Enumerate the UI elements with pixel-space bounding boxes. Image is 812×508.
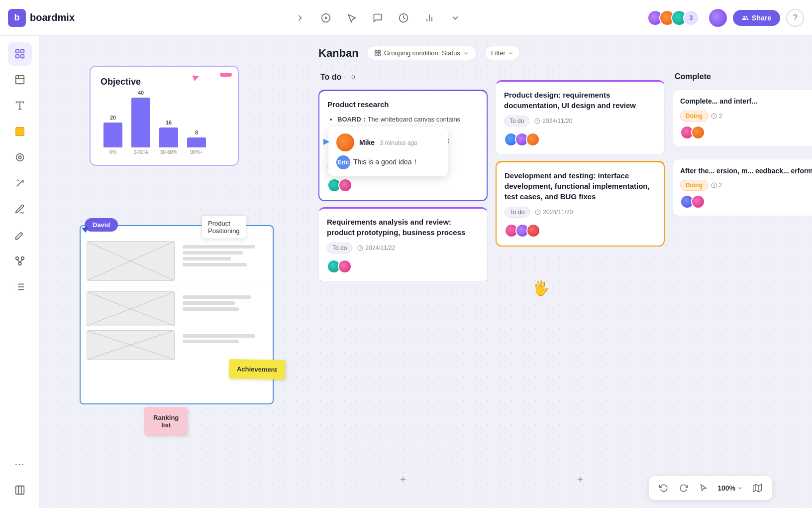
undo-button[interactable] xyxy=(656,480,672,496)
chat-icon[interactable] xyxy=(369,9,387,27)
todo-col-header: To do 0 xyxy=(318,68,488,86)
todo-col-title: To do xyxy=(320,73,341,82)
more-icon[interactable] xyxy=(446,9,464,27)
card-avatars xyxy=(505,224,656,238)
sidebar-item-pen[interactable] xyxy=(8,223,32,247)
help-button[interactable]: ? xyxy=(786,9,804,27)
svg-rect-6 xyxy=(15,50,18,53)
card-meta: To do 2024/11/20 xyxy=(504,116,656,127)
bar-2 xyxy=(131,98,150,147)
svg-point-17 xyxy=(18,156,21,159)
zoom-control[interactable]: 100% xyxy=(715,484,745,492)
card-avatar-3 xyxy=(526,224,540,238)
play-icon[interactable] xyxy=(317,9,335,27)
eric-badge: Eric xyxy=(336,155,350,169)
topbar: b boardmix 3 xyxy=(0,0,812,36)
card-avatars xyxy=(327,259,479,273)
objective-card: Objective ▶ 20 0% 40 0-30% 16 xyxy=(90,66,239,166)
cursor-icon[interactable] xyxy=(343,9,361,27)
sidebar-item-home[interactable] xyxy=(8,42,32,66)
card-avatar-2 xyxy=(338,178,352,192)
cursor-tool-button[interactable] xyxy=(696,480,711,496)
todo-add-button[interactable]: ＋ xyxy=(396,472,410,486)
card-meta: To do 2024/11/20 xyxy=(505,207,656,218)
svg-rect-9 xyxy=(20,55,23,58)
dev-testing-card[interactable]: Development and testing: interface devel… xyxy=(496,161,665,247)
bar-4 xyxy=(187,137,206,147)
map-button[interactable] xyxy=(749,480,765,496)
kanban-header: Kanban Grouping condition: Status Filter xyxy=(318,41,812,68)
card-date: 2 xyxy=(711,182,722,189)
current-user-avatar[interactable] xyxy=(709,9,727,27)
complete-card-text: After the... ersion, m... eedback... erf… xyxy=(680,166,812,176)
logo-area: b boardmix xyxy=(8,9,107,27)
complete-col-title: Complete xyxy=(675,72,711,81)
fabian-badge xyxy=(220,73,232,77)
svg-rect-38 xyxy=(375,50,377,52)
svg-rect-29 xyxy=(15,486,24,495)
sidebar-item-kanban[interactable] xyxy=(8,478,32,502)
forward-icon[interactable] xyxy=(291,9,309,27)
svg-rect-8 xyxy=(15,55,18,58)
sidebar-item-connect[interactable] xyxy=(8,171,32,195)
svg-rect-15 xyxy=(15,127,24,136)
svg-rect-10 xyxy=(15,76,24,84)
share-button[interactable]: Share xyxy=(733,10,780,26)
svg-rect-40 xyxy=(375,54,377,56)
bottom-toolbar: 100% xyxy=(649,476,772,500)
clock-icon[interactable] xyxy=(395,9,412,27)
sidebar-item-text[interactable] xyxy=(8,94,32,118)
ranking-list-sticky: Ranking list xyxy=(144,407,188,436)
product-design-card[interactable]: Product design: requirements documentati… xyxy=(496,80,665,155)
sidebar-item-shapes[interactable] xyxy=(8,145,32,169)
redo-button[interactable] xyxy=(676,480,692,496)
bar-group-4: 8 90%+ xyxy=(187,129,206,155)
card-tag: To do xyxy=(327,243,352,254)
card-title: Development and testing: interface devel… xyxy=(505,170,656,202)
complete-card-2[interactable]: After the... ersion, m... eedback... erf… xyxy=(673,159,812,217)
grouping-button[interactable]: Grouping condition: Status xyxy=(367,46,477,60)
card-date: 2024/11/20 xyxy=(535,209,573,216)
card-avatar-2 xyxy=(691,126,705,139)
sidebar-item-list[interactable] xyxy=(8,275,32,299)
inprogress-column: Product design: requirements documentati… xyxy=(496,68,665,486)
inprogress-add-button[interactable]: ＋ xyxy=(573,472,587,486)
card-title: Product design: requirements documentati… xyxy=(504,90,656,111)
wf-image-2 xyxy=(87,291,175,326)
sidebar-item-draw[interactable] xyxy=(8,197,32,221)
svg-rect-41 xyxy=(378,54,380,56)
sidebar-item-merge[interactable] xyxy=(8,249,32,273)
topbar-right: 3 Share ? xyxy=(647,9,804,27)
logo-icon: b xyxy=(8,9,26,27)
complete-col-header: Complete xyxy=(673,68,812,85)
svg-marker-1 xyxy=(325,16,327,19)
bar-group-2: 40 0-30% xyxy=(131,90,150,155)
complete-card-1[interactable]: Complete... and interf... Doing 2 xyxy=(673,89,812,147)
sidebar-item-frames[interactable] xyxy=(8,68,32,92)
comment-header: Mike 3 minutes ago xyxy=(336,133,440,151)
complete-card-text: Complete... and interf... xyxy=(680,97,812,107)
svg-rect-39 xyxy=(378,50,380,52)
requirements-analysis-card[interactable]: Requirements analysis and review: produc… xyxy=(318,207,488,282)
wf-image-1 xyxy=(87,241,175,281)
inprogress-cards: Product design: requirements documentati… xyxy=(496,80,665,464)
comment-popup: ▶ Mike 3 minutes ago Eric This is a good… xyxy=(328,127,448,176)
todo-col-count: 0 xyxy=(346,72,360,82)
wf-text-1 xyxy=(179,241,267,281)
wf-image-3 xyxy=(87,330,175,360)
canvas[interactable]: Objective ▶ 20 0% 40 0-30% 16 xyxy=(40,36,812,508)
collaborator-count: 3 xyxy=(683,10,699,26)
app-name: boardmix xyxy=(30,12,75,23)
comment-user-avatar xyxy=(336,133,354,151)
comment-time: 3 minutes ago xyxy=(380,139,417,146)
comment-text: This is a good idea！ xyxy=(353,158,419,167)
chart-icon[interactable] xyxy=(420,9,438,27)
card-avatars xyxy=(327,178,479,192)
bar-group-3: 16 30-60% xyxy=(159,120,178,155)
card-meta: To do 2024/11/22 xyxy=(327,243,479,254)
filter-button[interactable]: Filter xyxy=(485,46,520,60)
svg-line-22 xyxy=(20,259,23,262)
sidebar-item-more[interactable]: ⋯ xyxy=(8,452,32,476)
card-tag: To do xyxy=(505,207,530,218)
sidebar-item-sticky[interactable] xyxy=(8,120,32,143)
